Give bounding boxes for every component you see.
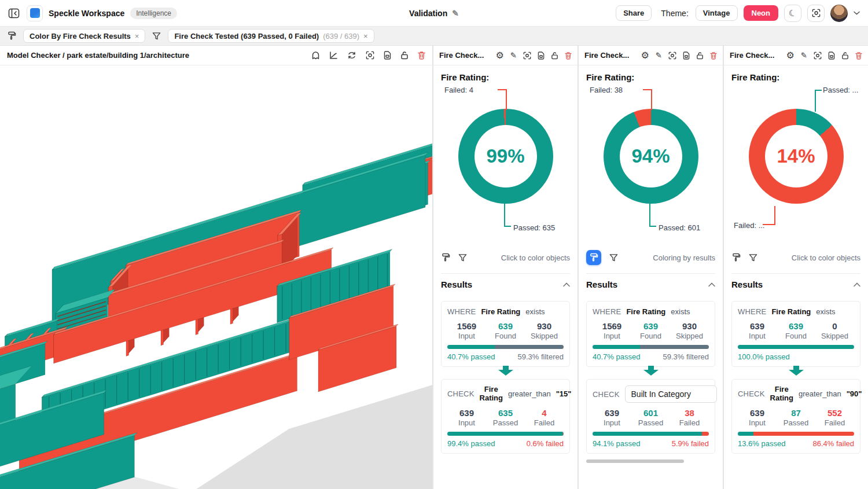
zoom-extents-button[interactable] <box>814 52 822 60</box>
export-file-button[interactable] <box>683 52 690 60</box>
chevron-down-icon <box>854 11 860 15</box>
settings-button[interactable]: ⚙ <box>786 51 794 60</box>
edit-button[interactable]: ✎ <box>801 51 807 60</box>
zoom-extents-button[interactable] <box>366 51 374 60</box>
viewer-breadcrumb: Model Checker / park estate/building 1/a… <box>7 51 189 60</box>
passed-percent: 99.4% passed <box>447 439 495 448</box>
stat-value: 1569 <box>447 321 486 331</box>
sidebar-collapse-icon[interactable] <box>8 8 20 19</box>
stat-label: Input <box>738 418 777 427</box>
file-icon <box>538 52 545 60</box>
tab-label: Color By Fire Check Results <box>30 32 131 41</box>
export-file-button[interactable] <box>828 52 835 60</box>
trash-icon <box>855 52 862 60</box>
lock-button[interactable] <box>551 52 558 60</box>
stat-value: 639 <box>593 408 631 418</box>
where-clause-card: WHERE Fire Rating exists 1569Input 639Fo… <box>586 301 715 367</box>
results-label: Results <box>586 280 617 289</box>
settings-button[interactable]: ⚙ <box>641 51 649 60</box>
fire-rating-donut: 94% <box>604 109 698 204</box>
lock-button[interactable] <box>696 52 704 60</box>
clause-keyword: CHECK <box>738 389 765 398</box>
clause-operator: exists <box>671 307 690 316</box>
where-clause-card: WHERE Fire Rating exists 1569Input 639Fo… <box>441 301 570 367</box>
donut-percent: 14% <box>777 145 815 167</box>
filter-objects-button[interactable] <box>458 253 467 262</box>
clause-value: "90" <box>847 389 862 398</box>
speckle-logo[interactable] <box>27 5 43 21</box>
progress-bar <box>447 345 564 349</box>
lock-button[interactable] <box>400 51 409 60</box>
focus-view-button[interactable] <box>807 5 825 22</box>
stat-label: Passed <box>777 418 815 427</box>
lock-button[interactable] <box>841 52 849 60</box>
tab-label: Fire Check Tested (639 Passed, 0 Failed) <box>174 32 319 41</box>
dark-mode-button[interactable]: ☾ <box>784 5 801 22</box>
flow-arrow-icon <box>441 366 570 376</box>
theme-neon-button[interactable]: Neon <box>744 5 779 21</box>
collapse-results-button[interactable] <box>708 282 715 287</box>
scan-icon <box>668 52 676 60</box>
stat-label: Failed <box>670 418 709 427</box>
tab-color-by-fire-check[interactable]: Color By Fire Check Results × <box>23 29 145 43</box>
funnel-icon <box>749 253 757 262</box>
settings-button[interactable]: ⚙ <box>495 51 503 60</box>
building-model-3d <box>0 65 432 489</box>
delete-button[interactable] <box>565 52 572 60</box>
collapse-results-button[interactable] <box>563 282 570 287</box>
export-file-button[interactable] <box>538 52 545 60</box>
donut-passed-label: Passed: 601 <box>659 223 700 232</box>
passed-percent: 100.0% passed <box>738 352 790 361</box>
passed-percent: 13.6% passed <box>738 439 785 448</box>
stat-label: Found <box>631 332 670 340</box>
color-caption: Coloring by results <box>653 253 715 262</box>
pencil-icon: ✎ <box>510 51 517 60</box>
chevron-up-icon <box>854 282 860 287</box>
filtered-percent: 59.3% filtered <box>518 352 564 361</box>
model-sync-button[interactable] <box>347 51 356 60</box>
close-icon[interactable]: × <box>135 32 139 41</box>
filter-objects-button[interactable] <box>749 253 757 262</box>
clause-keyword: CHECK <box>593 390 620 399</box>
donut-failed-label: Failed: ... <box>734 221 764 230</box>
chevron-up-icon <box>708 282 715 287</box>
horizontal-scrollbar[interactable] <box>586 459 684 463</box>
edit-title-icon[interactable]: ✎ <box>452 9 459 18</box>
account-menu-button[interactable] <box>854 11 860 15</box>
model-viewport[interactable] <box>0 65 432 489</box>
delete-button[interactable] <box>855 52 862 60</box>
edit-button[interactable]: ✎ <box>656 51 662 60</box>
failed-percent: 5.9% failed <box>672 439 709 448</box>
filter-objects-button[interactable] <box>609 253 618 262</box>
tab-fire-check-tested[interactable]: Fire Check Tested (639 Passed, 0 Failed)… <box>168 29 374 43</box>
chart-view-button[interactable] <box>329 51 338 60</box>
share-button[interactable]: Share <box>616 5 652 21</box>
color-objects-button[interactable] <box>586 250 601 265</box>
zoom-extents-button[interactable] <box>523 52 531 60</box>
top-bar: Speckle Workspace Intelligence Validatio… <box>0 0 868 27</box>
passed-percent: 40.7% passed <box>593 352 640 361</box>
ghost-mode-button[interactable] <box>311 51 320 60</box>
theme-label: Theme: <box>661 9 688 18</box>
panel-title: Fire Check... <box>730 51 774 60</box>
zoom-extents-button[interactable] <box>668 52 676 60</box>
leader-line <box>815 90 822 112</box>
theme-vintage-button[interactable]: Vintage <box>696 5 738 21</box>
clause-value: "15" <box>556 389 572 398</box>
edit-button[interactable]: ✎ <box>510 51 517 60</box>
file-icon <box>828 52 835 60</box>
stat-label: Input <box>593 418 631 427</box>
clause-keyword: CHECK <box>447 389 475 398</box>
close-icon[interactable]: × <box>363 32 368 41</box>
delete-button[interactable] <box>418 51 425 60</box>
export-file-button[interactable] <box>384 51 391 60</box>
category-select[interactable]: Built In Category <box>625 385 717 403</box>
stat-label: Skipped <box>525 332 564 340</box>
color-objects-button[interactable] <box>441 253 450 262</box>
tab-count: (639 / 639) <box>323 32 359 41</box>
delete-button[interactable] <box>710 52 717 60</box>
color-objects-button[interactable] <box>731 253 741 262</box>
user-avatar[interactable] <box>830 5 848 22</box>
flow-arrow-icon <box>586 366 715 376</box>
collapse-results-button[interactable] <box>854 282 860 287</box>
